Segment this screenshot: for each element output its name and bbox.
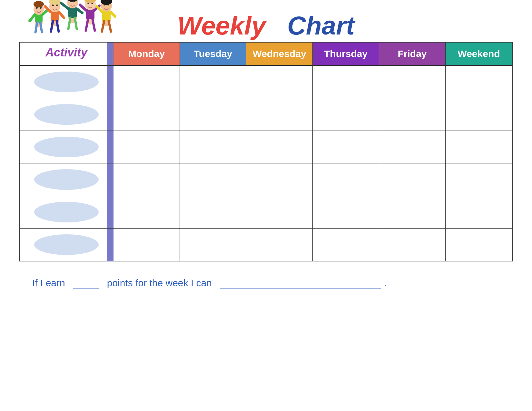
kids-illustration	[26, 0, 116, 39]
chart-header: Activity Monday Tuesday Wednesday Thursd…	[20, 43, 512, 66]
footer-end: .	[384, 278, 386, 288]
data-cell-row2-wed[interactable]	[246, 98, 313, 131]
table-row	[20, 131, 512, 163]
activity-label: Activity	[45, 46, 87, 62]
footer-middle: points for the week I can	[107, 278, 212, 288]
data-cell-row1-wed[interactable]	[246, 66, 313, 98]
data-cell-row1-tue[interactable]	[180, 66, 246, 98]
footer-text: If I earn points for the week I can .	[19, 278, 513, 289]
data-cell-row4-mon[interactable]	[113, 163, 180, 196]
title-chart: Chart	[287, 11, 355, 40]
vertical-bar-row-1	[107, 66, 113, 98]
svg-line-2	[30, 15, 35, 21]
vertical-bar-header	[107, 43, 113, 65]
data-cell-row3-thu[interactable]	[313, 131, 379, 163]
data-cell-row4-fri[interactable]	[379, 163, 446, 196]
data-cell-row4-wknd[interactable]	[446, 163, 512, 196]
svg-line-45	[109, 21, 111, 32]
activity-oval-2	[34, 104, 99, 125]
data-cell-row6-tue[interactable]	[180, 229, 246, 261]
activity-cell-1	[20, 66, 113, 98]
data-cell-row6-wknd[interactable]	[446, 229, 512, 261]
svg-line-35	[93, 19, 95, 31]
svg-line-34	[86, 19, 88, 31]
table-row	[20, 98, 512, 131]
vertical-bar-row-2	[107, 98, 113, 131]
header-tuesday: Tuesday	[180, 43, 246, 65]
data-cell-row3-wknd[interactable]	[446, 131, 512, 163]
svg-line-5	[40, 23, 42, 32]
svg-line-43	[111, 12, 115, 17]
data-cell-row2-fri[interactable]	[379, 98, 446, 131]
data-cell-row6-thu[interactable]	[313, 229, 379, 261]
data-cell-row6-wed[interactable]	[246, 229, 313, 261]
vertical-bar-row-5	[107, 196, 113, 228]
weekly-chart: Activity Monday Tuesday Wednesday Thursd…	[19, 42, 513, 261]
header-wednesday: Wednesday	[246, 43, 313, 65]
data-cell-row3-wed[interactable]	[246, 131, 313, 163]
activity-header-cell: Activity	[20, 43, 113, 65]
data-cell-row3-mon[interactable]	[113, 131, 180, 163]
data-cell-row5-thu[interactable]	[313, 196, 379, 228]
header-monday: Monday	[113, 43, 180, 65]
data-cell-row5-wknd[interactable]	[446, 196, 512, 228]
svg-point-9	[34, 1, 44, 7]
footer-blank-reward[interactable]	[220, 278, 381, 289]
activity-cell-2	[20, 98, 113, 131]
svg-line-4	[35, 23, 37, 32]
data-cell-row1-thu[interactable]	[313, 66, 379, 98]
vertical-bar-row-4	[107, 163, 113, 196]
table-row	[20, 163, 512, 196]
data-cell-row5-fri[interactable]	[379, 196, 446, 228]
activity-oval-4	[34, 169, 99, 190]
data-cell-row2-wknd[interactable]	[446, 98, 512, 131]
vertical-bar-row-6	[107, 229, 113, 261]
chart-body	[20, 66, 512, 261]
data-cell-row2-mon[interactable]	[113, 98, 180, 131]
activity-cell-4	[20, 163, 113, 196]
table-row	[20, 66, 512, 98]
data-cell-row3-tue[interactable]	[180, 131, 246, 163]
data-cell-row3-fri[interactable]	[379, 131, 446, 163]
svg-line-13	[59, 12, 64, 18]
activity-cell-5	[20, 196, 113, 228]
page-title: Weekly Chart	[177, 13, 355, 39]
activity-oval-5	[34, 202, 99, 222]
data-cell-row4-tue[interactable]	[180, 163, 246, 196]
data-cell-row5-mon[interactable]	[113, 196, 180, 228]
data-cell-row5-wed[interactable]	[246, 196, 313, 228]
svg-line-44	[102, 21, 104, 32]
vertical-bar-row-3	[107, 131, 113, 163]
data-cell-row2-thu[interactable]	[313, 98, 379, 131]
activity-oval-1	[34, 72, 99, 92]
activity-oval-6	[34, 234, 99, 255]
data-cell-row5-tue[interactable]	[180, 196, 246, 228]
data-cell-row1-fri[interactable]	[379, 66, 446, 98]
data-cell-row1-mon[interactable]	[113, 66, 180, 98]
svg-line-23	[77, 9, 82, 13]
title-area: Weekly Chart	[19, 13, 513, 39]
table-row	[20, 229, 512, 261]
data-cell-row1-wknd[interactable]	[446, 66, 512, 98]
data-cell-row2-tue[interactable]	[180, 98, 246, 131]
data-cell-row6-mon[interactable]	[113, 229, 180, 261]
data-cell-row6-fri[interactable]	[379, 229, 446, 261]
header-weekend: Weekend	[446, 43, 512, 65]
header-thursday: Thursday	[313, 43, 379, 65]
data-cell-row4-wed[interactable]	[246, 163, 313, 196]
footer-before: If I earn	[32, 278, 65, 288]
footer-blank-points[interactable]	[73, 278, 99, 289]
activity-oval-3	[34, 137, 99, 157]
activity-cell-3	[20, 131, 113, 163]
data-cell-row4-thu[interactable]	[313, 163, 379, 196]
table-row	[20, 196, 512, 229]
title-weekly: Weekly	[177, 11, 266, 40]
activity-cell-6	[20, 229, 113, 261]
header-friday: Friday	[379, 43, 446, 65]
